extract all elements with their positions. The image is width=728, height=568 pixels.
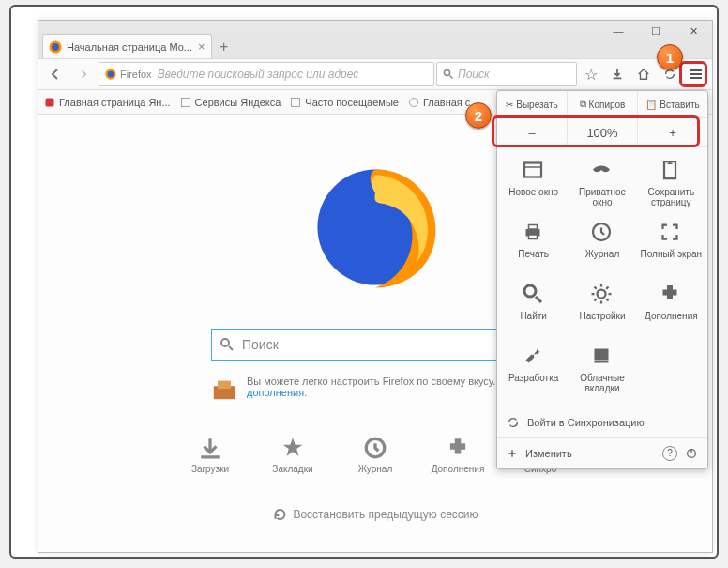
menu-footer: Изменить ?: [497, 437, 707, 468]
copy-icon: ⧉: [580, 99, 586, 110]
svg-point-1: [52, 43, 59, 51]
menu-zoom-row: – 100% +: [497, 118, 707, 147]
menu-cut[interactable]: ✂Вырезать: [497, 91, 568, 117]
search-bar[interactable]: Поиск: [436, 62, 577, 86]
search-icon: [220, 337, 235, 352]
svg-rect-22: [594, 361, 608, 363]
hamburger-menu-panel: ✂Вырезать ⧉Копиров 📋Вставить – 100% + Но…: [496, 90, 708, 469]
menu-empty: [637, 339, 705, 401]
maximize-button[interactable]: ☐: [637, 21, 675, 41]
menu-settings[interactable]: Настройки: [568, 277, 636, 339]
svg-rect-14: [524, 163, 541, 177]
shortcut-downloads[interactable]: Загрузки: [182, 436, 238, 474]
help-icon[interactable]: ?: [662, 446, 677, 461]
shortcut-history[interactable]: Журнал: [347, 436, 403, 474]
menu-private-window[interactable]: Приватное окно: [568, 153, 636, 215]
shortcut-addons[interactable]: Дополнения: [430, 436, 486, 474]
search-icon: [443, 69, 454, 80]
bookmark-item[interactable]: Главная страница Ян...: [44, 97, 171, 108]
sync-icon: [507, 416, 520, 429]
svg-rect-6: [181, 98, 190, 106]
downloads-icon[interactable]: [605, 62, 629, 86]
firefox-logo: [310, 161, 441, 293]
menu-clipboard-row: ✂Вырезать ⧉Копиров 📋Вставить: [497, 91, 707, 118]
nav-toolbar: Firefox Введите поисковый запрос или адр…: [38, 58, 712, 90]
menu-find[interactable]: Найти: [499, 277, 568, 339]
url-bar[interactable]: Firefox Введите поисковый запрос или адр…: [99, 62, 434, 86]
svg-rect-12: [218, 381, 231, 389]
paste-icon: 📋: [645, 100, 657, 110]
tab-title: Начальная страница Mo...: [67, 41, 192, 53]
minimize-button[interactable]: —: [599, 21, 637, 41]
shortcut-bookmarks[interactable]: Закладки: [265, 436, 321, 474]
restore-icon: [272, 507, 287, 522]
menu-history[interactable]: Журнал: [568, 215, 636, 277]
svg-point-10: [221, 339, 229, 346]
addons-link[interactable]: дополнения: [247, 387, 304, 398]
menu-copy[interactable]: ⧉Копиров: [568, 91, 638, 117]
restore-session[interactable]: Восстановить предыдущую сессию: [272, 507, 478, 522]
svg-point-20: [597, 290, 605, 299]
home-icon[interactable]: [631, 62, 656, 86]
forward-button[interactable]: [70, 61, 97, 87]
callout-1: 1: [657, 44, 683, 70]
cut-icon: ✂: [506, 100, 513, 110]
menu-print[interactable]: Печать: [499, 215, 568, 277]
svg-rect-7: [292, 98, 300, 106]
zoom-level: 100%: [568, 118, 638, 146]
hamburger-menu-button[interactable]: [684, 62, 708, 86]
menu-customize[interactable]: Изменить: [525, 448, 572, 459]
menu-synced-tabs[interactable]: Облачные вкладки: [568, 339, 636, 401]
menu-paste[interactable]: 📋Вставить: [638, 91, 707, 117]
tab-close-button[interactable]: ×: [198, 39, 205, 54]
svg-rect-21: [594, 349, 608, 361]
identity-box[interactable]: Firefox: [105, 69, 152, 80]
bookmark-item[interactable]: Сервисы Яндекса: [180, 97, 281, 108]
svg-point-8: [409, 98, 417, 106]
svg-rect-17: [528, 235, 537, 239]
close-window-button[interactable]: ✕: [675, 21, 712, 41]
menu-grid: Новое окно Приватное окно Сохранить стра…: [497, 147, 707, 407]
svg-point-4: [445, 70, 450, 76]
menu-fullscreen[interactable]: Полный экран: [637, 215, 705, 277]
svg-point-3: [108, 71, 114, 78]
menu-save-page[interactable]: Сохранить страницу: [637, 153, 705, 215]
browser-window: — ☐ ✕ Начальная страница Mo... × + Firef…: [38, 20, 713, 553]
power-icon[interactable]: [685, 447, 698, 460]
new-tab-button[interactable]: +: [212, 36, 236, 58]
menu-sign-in-sync[interactable]: Войти в Синхронизацию: [497, 407, 707, 437]
addon-tip: Вы можете легко настроить Firefox по сво…: [211, 376, 539, 402]
menu-addons[interactable]: Дополнения: [637, 277, 705, 339]
menu-new-window[interactable]: Новое окно: [499, 153, 568, 215]
zoom-in-button[interactable]: +: [638, 118, 707, 146]
menu-developer[interactable]: Разработка: [499, 339, 568, 401]
url-placeholder: Введите поисковый запрос или адрес: [158, 68, 359, 81]
zoom-out-button[interactable]: –: [497, 118, 568, 146]
firefox-icon: [49, 40, 62, 54]
svg-rect-16: [528, 225, 537, 230]
main-search-box[interactable]: Поиск: [211, 329, 539, 361]
plus-icon: [507, 448, 518, 459]
titlebar: — ☐ ✕: [38, 21, 712, 32]
bookmark-item[interactable]: Часто посещаемые: [290, 97, 399, 108]
back-button[interactable]: [42, 61, 68, 87]
svg-point-19: [524, 285, 536, 297]
callout-2: 2: [465, 102, 492, 129]
svg-rect-5: [46, 98, 54, 106]
toolbox-icon: [211, 376, 237, 402]
self-repair-icon[interactable]: ☆: [579, 62, 603, 86]
tab-active[interactable]: Начальная страница Mo... ×: [42, 34, 212, 58]
